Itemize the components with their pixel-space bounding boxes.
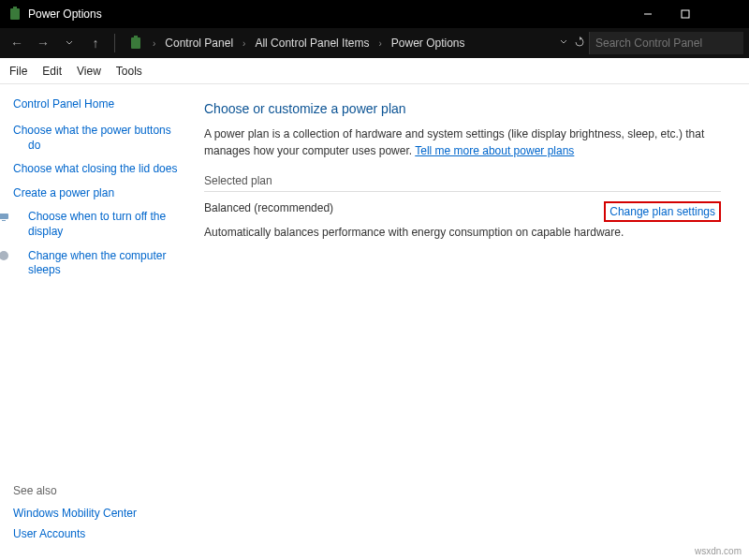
svg-rect-5 bbox=[134, 36, 138, 37]
breadcrumb-part[interactable]: All Control Panel Items bbox=[255, 37, 369, 50]
menu-edit[interactable]: Edit bbox=[42, 65, 62, 78]
svg-point-8 bbox=[0, 251, 8, 260]
see-also-header: See also bbox=[13, 484, 178, 497]
window-title: Power Options bbox=[28, 7, 629, 21]
control-panel-home-link[interactable]: Control Panel Home bbox=[13, 97, 178, 111]
minimize-button[interactable] bbox=[629, 0, 667, 28]
plan-description: Automatically balances performance with … bbox=[204, 226, 721, 239]
sidebar-item[interactable]: Choose when to turn off the display bbox=[13, 210, 178, 239]
page-heading: Choose or customize a power plan bbox=[204, 101, 721, 116]
breadcrumb-part[interactable]: Control Panel bbox=[165, 37, 233, 50]
battery-icon bbox=[7, 7, 22, 22]
menu-view[interactable]: View bbox=[77, 65, 101, 78]
back-button[interactable]: ← bbox=[6, 32, 28, 54]
chevron-right-icon: › bbox=[374, 38, 385, 49]
chevron-down-icon[interactable] bbox=[559, 37, 568, 50]
sidebar-item[interactable]: Create a power plan bbox=[13, 186, 178, 201]
refresh-icon[interactable] bbox=[574, 37, 585, 51]
recent-dropdown[interactable] bbox=[58, 32, 81, 54]
sidebar-item[interactable]: Choose what closing the lid does bbox=[13, 162, 178, 177]
chevron-right-icon: › bbox=[149, 38, 159, 49]
see-also-link[interactable]: User Accounts bbox=[13, 527, 178, 540]
change-plan-settings-link[interactable]: Change plan settings bbox=[604, 201, 721, 222]
menu-tools[interactable]: Tools bbox=[116, 65, 142, 78]
sidebar-item-label: Choose when to turn off the display bbox=[28, 210, 166, 238]
svg-rect-3 bbox=[682, 10, 689, 18]
breadcrumb-part[interactable]: Power Options bbox=[391, 37, 465, 50]
up-button[interactable]: ↑ bbox=[84, 32, 107, 54]
svg-rect-4 bbox=[131, 37, 140, 49]
monitor-icon bbox=[13, 212, 24, 223]
svg-rect-0 bbox=[10, 8, 20, 20]
moon-icon bbox=[13, 250, 24, 261]
page-description: A power plan is a collection of hardware… bbox=[204, 125, 721, 159]
svg-rect-7 bbox=[2, 220, 6, 221]
learn-more-link[interactable]: Tell me more about power plans bbox=[415, 144, 574, 157]
watermark: wsxdn.com bbox=[695, 546, 742, 556]
addressbar[interactable]: › Control Panel › All Control Panel Item… bbox=[123, 36, 555, 51]
sidebar-item-label: Choose what the power buttons do bbox=[13, 124, 171, 152]
menu-file[interactable]: File bbox=[9, 65, 27, 78]
plan-name: Balanced (recommended) bbox=[204, 201, 333, 214]
sidebar-item-label: Choose what closing the lid does bbox=[13, 162, 177, 175]
search-input[interactable] bbox=[595, 37, 738, 50]
battery-icon bbox=[128, 36, 143, 51]
see-also-link[interactable]: Windows Mobility Center bbox=[13, 507, 178, 520]
forward-button[interactable]: → bbox=[32, 32, 54, 54]
sidebar-item-label: Change when the computer sleeps bbox=[28, 249, 166, 277]
svg-rect-1 bbox=[13, 7, 17, 8]
selected-plan-header: Selected plan bbox=[204, 174, 721, 192]
chevron-right-icon: › bbox=[239, 38, 249, 49]
svg-rect-6 bbox=[0, 214, 8, 219]
sidebar-item[interactable]: Choose what the power buttons do bbox=[13, 124, 178, 153]
sidebar-item-label: Create a power plan bbox=[13, 186, 114, 199]
sidebar-item[interactable]: Change when the computer sleeps bbox=[13, 249, 178, 278]
maximize-button[interactable] bbox=[667, 0, 704, 28]
